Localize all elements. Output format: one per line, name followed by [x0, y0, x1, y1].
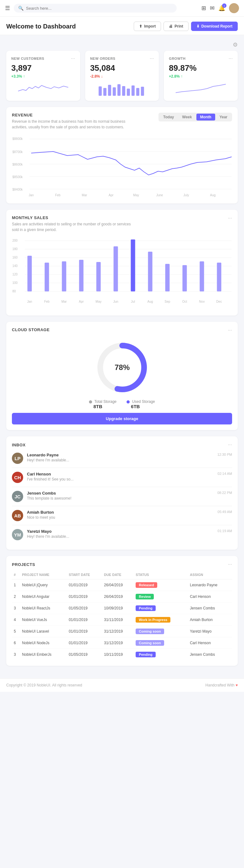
svg-text:July: July	[184, 193, 189, 197]
growth-sparkline	[169, 82, 233, 96]
svg-rect-9	[131, 86, 134, 96]
svg-text:$8600k: $8600k	[12, 163, 23, 166]
download-button[interactable]: ⬇ Download Report	[191, 22, 238, 31]
table-row: 3 NobleUI ReactJs 01/05/2019 10/09/2019 …	[12, 602, 232, 614]
cell-due: 10/09/2019	[102, 602, 134, 614]
inbox-menu[interactable]: ···	[228, 442, 232, 447]
avatar[interactable]	[229, 3, 239, 13]
svg-text:$8500k: $8500k	[12, 175, 23, 179]
main-content: ⚙ New Customers ··· 3,897 +3.3% ↑ New Or…	[0, 35, 244, 678]
page-actions: ⬆ Import 🖨 Print ⬇ Download Report	[134, 22, 238, 31]
tab-today[interactable]: Today	[159, 114, 178, 121]
customers-sparkline	[11, 82, 75, 96]
svg-text:200: 200	[12, 239, 18, 242]
stat-card-orders: New Orders ··· 35,084 -2.8% ↓	[85, 51, 159, 101]
cell-status: Pending	[134, 602, 188, 614]
cell-assign: Carl Henson	[188, 591, 232, 602]
cell-num: 3	[12, 649, 20, 660]
cloud-menu[interactable]: ···	[228, 328, 232, 333]
svg-rect-51	[148, 252, 153, 291]
donut-chart: 78%	[12, 339, 232, 396]
stat-card-growth: Growth ··· 89.87% +2.8% ↑	[164, 51, 238, 101]
cell-status: Coming soon	[134, 626, 188, 637]
status-badge: Coming soon	[135, 640, 164, 646]
svg-rect-44	[28, 256, 32, 291]
svg-text:Feb: Feb	[44, 300, 50, 303]
cell-start: 01/01/2019	[67, 580, 102, 591]
cell-assign: Leonardo Payne	[188, 580, 232, 591]
projects-menu[interactable]: ···	[228, 562, 232, 567]
upgrade-button[interactable]: Upgrade storage	[12, 413, 232, 425]
cell-num: 2	[12, 591, 20, 602]
menu-icon[interactable]: ☰	[5, 5, 10, 11]
svg-text:180: 180	[12, 247, 18, 251]
tab-year[interactable]: Year	[216, 114, 231, 121]
growth-menu[interactable]: ···	[228, 56, 233, 61]
table-column-header: #	[12, 570, 20, 580]
inbox-msg: Nice to meet you	[27, 515, 215, 520]
status-badge: Released	[135, 582, 157, 588]
list-item[interactable]: CH Carl Henson I've finished it! See you…	[12, 468, 232, 487]
inbox-time: 12:30 PM	[217, 453, 232, 456]
tab-month[interactable]: Month	[196, 114, 215, 121]
svg-text:Oct: Oct	[182, 300, 187, 303]
list-item[interactable]: YM Yaretzi Mayo Hey! there I'm available…	[12, 525, 232, 544]
list-item[interactable]: LP Leonardo Payne Hey! there I'm availab…	[12, 449, 232, 468]
svg-text:$8700k: $8700k	[12, 150, 23, 154]
list-item[interactable]: AB Amiah Burton Nice to meet you 05:49 A…	[12, 506, 232, 525]
stat-card-customers: New Customers ··· 3,897 +3.3% ↑	[6, 51, 80, 101]
svg-text:Apr: Apr	[109, 193, 114, 197]
cell-name: NobleUI Angular	[20, 591, 67, 602]
import-button[interactable]: ⬆ Import	[134, 22, 161, 31]
inbox-content: Jensen Combs This template is awesome!	[27, 491, 215, 500]
cell-assign: Amiah Burton	[188, 614, 232, 626]
list-item[interactable]: JC Jensen Combs This template is awesome…	[12, 487, 232, 506]
settings-icon[interactable]: ⚙	[233, 41, 238, 48]
bell-icon[interactable]: 🔔 1	[218, 5, 225, 11]
svg-rect-46	[62, 261, 66, 291]
svg-text:100: 100	[12, 281, 18, 284]
svg-rect-6	[117, 84, 120, 96]
grid-icon[interactable]: ⊞	[202, 5, 206, 11]
table-row: 3 NobleUI EmberJs 01/05/2019 10/11/2019 …	[12, 649, 232, 660]
orders-menu[interactable]: ···	[150, 56, 154, 61]
svg-rect-49	[114, 246, 118, 291]
status-badge: Pending	[135, 606, 155, 611]
cell-status: Coming soon	[134, 637, 188, 649]
page-title: Welcome to Dashboard	[6, 23, 76, 30]
used-dot	[126, 400, 130, 403]
sales-menu[interactable]: ···	[228, 215, 232, 221]
svg-text:Feb: Feb	[55, 193, 61, 197]
orders-label: New Orders	[90, 57, 116, 60]
import-icon: ⬆	[139, 24, 142, 29]
cell-due: 31/12/2019	[102, 626, 134, 637]
heart-icon: ♥	[236, 683, 238, 687]
monthly-sales-card: Monthly Sales Sales are activities relat…	[6, 210, 238, 315]
inbox-name: Jensen Combs	[27, 491, 215, 496]
inbox-name: Leonardo Payne	[27, 453, 215, 457]
table-header: #Project NameStart DateDue DateStatusAss…	[12, 570, 232, 580]
total-storage-label: Total Storage 8TB	[89, 399, 117, 409]
email-icon[interactable]: ✉	[210, 5, 215, 11]
inbox-content: Yaretzi Mayo Hey! there I'm available...	[27, 529, 215, 539]
customers-menu[interactable]: ···	[71, 56, 75, 61]
table-body: 1 NobleUI jQuery 01/01/2019 26/04/2019 R…	[12, 580, 232, 660]
svg-text:160: 160	[12, 256, 18, 259]
search-icon: 🔍	[18, 6, 24, 11]
revenue-tabs: Today Week Month Year	[158, 113, 232, 121]
customers-value: 3,897	[11, 63, 75, 73]
orders-change: -2.8% ↓	[90, 74, 154, 79]
svg-text:Aug: Aug	[210, 193, 216, 197]
cell-name: NobleUI EmberJs	[20, 649, 67, 660]
search-bar[interactable]: 🔍	[14, 4, 177, 12]
svg-text:May: May	[95, 300, 101, 303]
cell-name: NobleUI NodeJs	[20, 637, 67, 649]
search-input[interactable]	[26, 6, 172, 11]
cell-start: 01/05/2019	[67, 602, 102, 614]
cell-status: Released	[134, 580, 188, 591]
projects-card: Projects ··· #Project NameStart DateDue …	[6, 556, 238, 666]
svg-rect-10	[136, 88, 139, 96]
tab-week[interactable]: Week	[179, 114, 196, 121]
print-button[interactable]: 🖨 Print	[163, 22, 188, 31]
cell-num: 4	[12, 614, 20, 626]
